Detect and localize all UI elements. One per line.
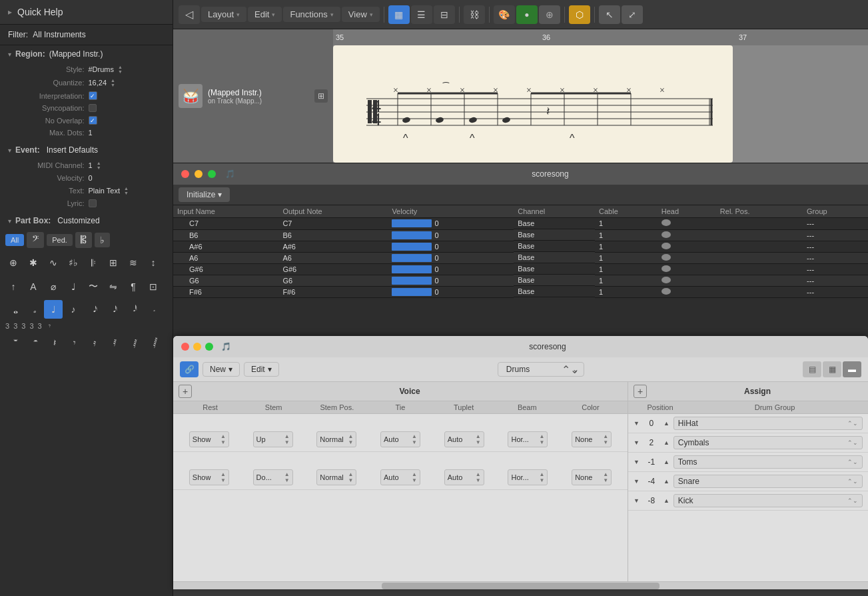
layout-menu[interactable]: Layout ▾ xyxy=(201,7,246,22)
assign-group-snare[interactable]: Snare ⌃⌄ xyxy=(673,475,863,488)
assign-up-kick-icon[interactable]: ▲ xyxy=(663,497,669,504)
toolbar-icon-piano[interactable]: ▦ xyxy=(388,5,410,24)
no-overlap-checkbox[interactable] xyxy=(89,116,97,125)
part-tab-ped[interactable]: Ped. xyxy=(47,234,73,246)
note-icon-2[interactable]: 𝅗 xyxy=(24,300,43,319)
drum-table-row[interactable]: F#6F#60Base1--- xyxy=(173,286,868,297)
assign-add-button[interactable]: + xyxy=(634,385,647,398)
part-tab-bass[interactable]: 𝄡 xyxy=(75,232,92,248)
view-menu[interactable]: View ▾ xyxy=(342,7,380,22)
view-btn-1[interactable]: ▤ xyxy=(803,361,821,377)
quantize-stepper[interactable]: ▲▼ xyxy=(111,78,115,87)
horizontal-scrollbar[interactable] xyxy=(173,581,868,589)
part-box-section[interactable]: ▾ Part Box: Customized xyxy=(0,212,173,229)
assign-group-hihat[interactable]: HiHat ⌃⌄ xyxy=(673,417,863,430)
assign-stepper-hihat[interactable]: ▼ xyxy=(634,420,640,427)
drum-table-row[interactable]: C7C70Base1--- xyxy=(173,218,868,230)
midi-channel-stepper[interactable]: ▲▼ xyxy=(97,161,101,170)
filter-value[interactable]: All Instruments xyxy=(33,30,85,39)
assign-down-toms-icon[interactable]: ▼ xyxy=(634,459,640,465)
part-icon-1[interactable]: ⊕ xyxy=(4,253,23,272)
drum-table-container[interactable]: Input Name Output Note Velocity Channel … xyxy=(173,205,868,298)
tuplet-select-1[interactable]: Auto ▲▼ xyxy=(444,431,484,447)
part-icon-9[interactable]: ↑ xyxy=(4,277,23,296)
rest-select-2[interactable]: Show ▲▼ xyxy=(189,469,229,485)
assign-stepper-cymbals[interactable]: ▼ xyxy=(634,439,640,446)
quantize-value[interactable]: 16,24 ▲▼ xyxy=(89,78,165,87)
assign-up-cymbals-icon[interactable]: ▲ xyxy=(663,439,669,446)
toolbar-icon-color[interactable]: 🎨 xyxy=(494,5,515,24)
assign-group-toms[interactable]: Toms ⌃⌄ xyxy=(673,455,863,469)
drum-table-row[interactable]: G#6G#60Base1--- xyxy=(173,263,868,275)
assign-stepper-up-kick[interactable]: ▲ xyxy=(663,497,669,504)
note-icon-4[interactable]: ♪ xyxy=(64,300,83,319)
back-button[interactable]: ◁ xyxy=(179,5,200,24)
traffic-light-red-top[interactable] xyxy=(181,170,189,178)
style-value[interactable]: #Drums ▲▼ xyxy=(89,65,165,74)
track-expand-button[interactable]: ⊞ xyxy=(314,89,328,103)
color-select-1[interactable]: None ▲▼ xyxy=(572,431,612,447)
syncopation-checkbox[interactable] xyxy=(89,104,97,112)
new-button[interactable]: New ▾ xyxy=(203,362,240,377)
note-icon-5[interactable]: 𝅘𝅥𝅯 xyxy=(84,300,103,319)
part-tab-misc[interactable]: ♭ xyxy=(95,233,110,247)
drum-table-row[interactable]: G6G60Base1--- xyxy=(173,275,868,286)
stem-select-2[interactable]: Do... ▲▼ xyxy=(253,469,293,485)
toolbar-icon-link[interactable]: ⛓ xyxy=(464,5,485,24)
assign-stepper-up-cymbals[interactable]: ▲ xyxy=(663,439,669,446)
part-icon-6[interactable]: ⊞ xyxy=(104,253,123,272)
assign-stepper-kick[interactable]: ▼ xyxy=(634,497,640,504)
rest-icon-8[interactable]: 𝅂 xyxy=(144,333,163,352)
note-icon-1[interactable]: 𝅝 xyxy=(4,300,23,319)
rest-icon-7[interactable]: 𝅁 xyxy=(124,333,143,352)
tie-select-1[interactable]: Auto ▲▼ xyxy=(380,431,420,447)
traffic-light-yellow-top[interactable] xyxy=(195,170,203,178)
toolbar-icon-list[interactable]: ☰ xyxy=(411,5,432,24)
toolbar-icon-gold[interactable]: ⬡ xyxy=(569,5,590,24)
functions-menu[interactable]: Functions ▾ xyxy=(283,7,340,22)
stem-pos-select-2[interactable]: Normal ▲▼ xyxy=(316,469,356,485)
part-tab-all[interactable]: All xyxy=(5,234,24,246)
assign-up-hihat-icon[interactable]: ▲ xyxy=(663,420,669,427)
edit-button[interactable]: Edit ▾ xyxy=(244,362,279,377)
rest-icon-5[interactable]: 𝄿 xyxy=(84,333,103,352)
assign-down-hihat-icon[interactable]: ▼ xyxy=(634,420,640,427)
part-icon-10[interactable]: A xyxy=(24,277,43,296)
part-icon-14[interactable]: ⇋ xyxy=(104,277,123,296)
part-icon-12[interactable]: ♩ xyxy=(64,277,83,296)
rest-select-1[interactable]: Show ▲▼ xyxy=(189,431,229,447)
drum-table-row[interactable]: A#6A#60Base1--- xyxy=(173,241,868,252)
view-btn-2[interactable]: ▦ xyxy=(823,361,841,377)
note-icon-6[interactable]: 𝅘𝅥𝅰 xyxy=(104,300,123,319)
text-stepper[interactable]: ▲▼ xyxy=(124,186,129,195)
part-icon-13[interactable]: 〜 xyxy=(84,277,103,296)
assign-group-kick[interactable]: Kick ⌃⌄ xyxy=(673,494,863,507)
part-icon-3[interactable]: ∿ xyxy=(44,253,63,272)
assign-down-cymbals-icon[interactable]: ▼ xyxy=(634,439,640,446)
rest-icon-4[interactable]: 𝄾 xyxy=(64,333,83,352)
assign-stepper-toms[interactable]: ▼ xyxy=(634,459,640,465)
event-section[interactable]: ▾ Event: Insert Defaults xyxy=(0,141,173,159)
assign-down-kick-icon[interactable]: ▼ xyxy=(634,497,640,504)
assign-stepper-up-hihat[interactable]: ▲ xyxy=(663,420,669,427)
toolbar-icon-score[interactable]: ⊟ xyxy=(434,5,455,24)
toolbar-cursor2-icon[interactable]: ⤢ xyxy=(622,5,643,24)
note-icon-8[interactable]: 𝅘 xyxy=(144,300,163,319)
part-icon-7[interactable]: ≋ xyxy=(124,253,143,272)
initialize-button[interactable]: Initialize ▾ xyxy=(179,187,230,202)
interpretation-checkbox[interactable] xyxy=(89,91,97,100)
region-section[interactable]: ▾ Region: (Mapped Instr.) xyxy=(0,45,173,63)
style-stepper[interactable]: ▲▼ xyxy=(118,65,123,74)
traffic-light-red-bottom[interactable] xyxy=(181,343,189,351)
drum-table-row[interactable]: B6B60Base1--- xyxy=(173,229,868,241)
part-icon-16[interactable]: ⊡ xyxy=(144,277,163,296)
lyric-checkbox[interactable] xyxy=(89,199,97,207)
note-icon-3[interactable]: ♩ xyxy=(44,300,63,319)
part-icon-15[interactable]: ¶ xyxy=(124,277,143,296)
part-icon-11[interactable]: ⌀ xyxy=(44,277,63,296)
link-button[interactable]: 🔗 xyxy=(180,361,199,377)
rest-icon-2[interactable]: 𝄼 xyxy=(24,333,43,352)
assign-group-cymbals[interactable]: Cymbals ⌃⌄ xyxy=(673,436,863,449)
traffic-light-green-bottom[interactable] xyxy=(205,343,213,351)
part-icon-8[interactable]: ↕ xyxy=(144,253,163,272)
